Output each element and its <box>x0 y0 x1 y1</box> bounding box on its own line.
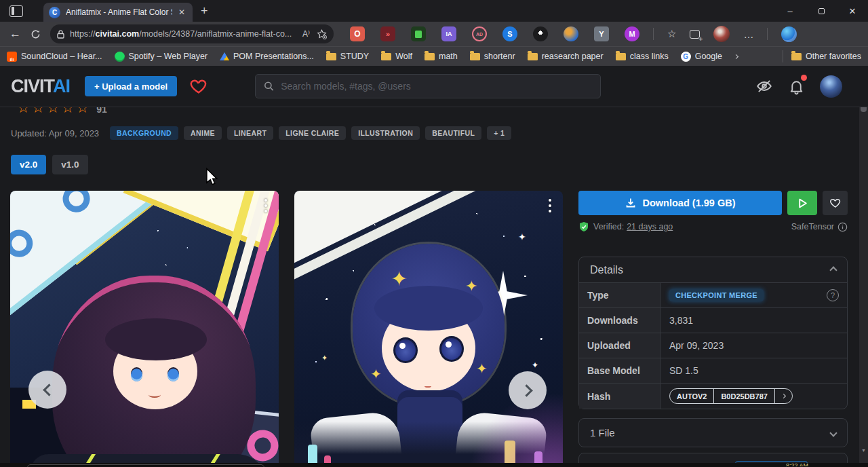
notification-badge <box>801 75 807 81</box>
star-icon[interactable]: ☆ <box>76 107 89 116</box>
gallery-prev-button[interactable] <box>28 371 66 409</box>
refresh-button[interactable] <box>31 29 41 39</box>
civitai-logo[interactable]: CIVITAI <box>11 75 70 98</box>
extension-trash-icon[interactable] <box>411 26 426 41</box>
search-box[interactable] <box>255 74 601 98</box>
url-text: https://civitai.com/models/24387/aniflat… <box>70 29 296 39</box>
search-input[interactable] <box>281 81 592 92</box>
extensions-row: O » IA AD S Y M <box>350 26 639 41</box>
browser-profile-avatar[interactable] <box>713 26 730 42</box>
verified-time-link[interactable]: 21 days ago <box>627 222 673 231</box>
gallery-next-button[interactable] <box>509 371 547 409</box>
copilot-bing-icon[interactable] <box>781 26 797 42</box>
bookmark-folder-research[interactable]: reasearch paper <box>528 52 604 61</box>
support-heart-icon[interactable] <box>189 77 208 96</box>
version-v2[interactable]: v2.0 <box>11 155 46 174</box>
tag-lineart[interactable]: LINEART <box>227 126 273 140</box>
gallery-image-1[interactable] <box>10 191 279 467</box>
tag-beautiful[interactable]: BEAUTIFUL <box>425 126 481 140</box>
page-scrollbar[interactable]: ▲ ▼ <box>859 66 868 467</box>
tag-anime[interactable]: ANIME <box>184 126 222 140</box>
settings-menu-icon[interactable]: … <box>743 29 753 40</box>
extension-icon[interactable]: » <box>380 26 395 41</box>
hide-content-eye-icon[interactable] <box>755 77 773 95</box>
star-icon[interactable]: ☆ <box>61 107 74 116</box>
add-favorite-icon[interactable] <box>317 29 327 39</box>
help-question-icon[interactable]: ? <box>827 289 839 301</box>
windows-taskbar-edge[interactable]: 8:22 AM <box>0 463 868 467</box>
tag-background[interactable]: BACKGROUND <box>110 126 178 140</box>
bookmark-folder-classlinks[interactable]: class links <box>616 52 669 61</box>
address-bar[interactable]: https://civitai.com/models/24387/aniflat… <box>50 24 334 43</box>
hash-expand-button[interactable] <box>774 389 792 403</box>
divider <box>653 28 654 40</box>
extension-icon[interactable]: O <box>350 26 365 41</box>
tab-actions-icon[interactable] <box>9 5 23 17</box>
user-avatar[interactable] <box>820 75 842 98</box>
files-accordion[interactable]: 1 File <box>578 418 848 447</box>
type-badge[interactable]: CHECKPOINT MERGE <box>669 289 764 301</box>
image-menu-icon[interactable] <box>261 199 271 212</box>
details-card: Details Type CHECKPOINT MERGE ? Download… <box>578 257 848 409</box>
soundcloud-icon: ılı <box>7 52 17 62</box>
tab-close-icon[interactable]: ✕ <box>176 7 187 17</box>
info-icon[interactable] <box>837 222 848 232</box>
extension-globe-icon[interactable] <box>564 26 578 41</box>
gallery-image-2[interactable]: ✦ ✦ ✦ ✦ ✦ ✦ ✦ <box>294 191 563 467</box>
extension-pin-icon[interactable] <box>533 26 548 41</box>
bookmark-folder-math[interactable]: math <box>425 52 458 61</box>
hash-pill[interactable]: AUTOV2 B0D25DB787 <box>669 388 793 404</box>
extension-shazam-icon[interactable]: S <box>502 26 517 41</box>
extension-icon[interactable]: Y <box>594 26 609 41</box>
details-header[interactable]: Details <box>579 257 847 282</box>
hash-algo[interactable]: AUTOV2 <box>670 389 713 403</box>
bookmark-folder-study[interactable]: STUDY <box>326 52 369 61</box>
tag-illustration[interactable]: ILLUSTRATION <box>351 126 420 140</box>
google-drive-icon <box>220 52 229 60</box>
tab-title: Aniflatmix - Anime Flat Color Sty <box>66 7 172 17</box>
tag-ligne-claire[interactable]: LIGNE CLAIRE <box>279 126 346 140</box>
hash-value[interactable]: B0D25DB787 <box>713 389 774 403</box>
extension-adblock-icon[interactable]: AD <box>472 26 487 41</box>
bookmarks-bar: ılıSoundCloud – Hear... Spotify – Web Pl… <box>0 46 868 66</box>
close-button[interactable]: ✕ <box>837 0 868 22</box>
favorites-bar-icon[interactable]: ☆ <box>667 28 676 40</box>
browser-tab[interactable]: C Aniflatmix - Anime Flat Color Sty ✕ <box>43 3 193 22</box>
bookmark-pom[interactable]: POM Presentations... <box>220 52 314 61</box>
read-aloud-icon[interactable]: A⁾ <box>302 29 310 39</box>
version-v1[interactable]: v1.0 <box>52 155 87 174</box>
restore-icon <box>818 8 825 14</box>
anime-illustration-starry-girl: ✦ ✦ ✦ ✦ ✦ ✦ ✦ <box>294 191 563 467</box>
bookmark-folder-wolf[interactable]: Wolf <box>381 52 412 61</box>
favorite-model-button[interactable] <box>823 191 848 215</box>
minimize-button[interactable]: – <box>774 0 806 22</box>
taskbar-clock: 8:22 AM <box>786 462 808 466</box>
google-icon: G <box>681 52 691 62</box>
extension-icon[interactable]: IA <box>441 26 456 41</box>
bookmarks-overflow-icon[interactable] <box>734 54 738 58</box>
extension-icon[interactable]: M <box>625 26 639 41</box>
download-button[interactable]: Download (1.99 GB) <box>578 191 782 215</box>
run-model-button[interactable] <box>787 191 817 215</box>
folder-icon <box>381 53 391 60</box>
bookmark-folder-shortenr[interactable]: shortenr <box>470 52 515 61</box>
notifications-bell-icon[interactable] <box>788 78 805 95</box>
bookmark-spotify[interactable]: Spotify – Web Player <box>115 52 208 62</box>
window-controls: – ✕ <box>774 0 868 22</box>
bookmark-soundcloud[interactable]: ılıSoundCloud – Hear... <box>7 52 102 62</box>
browser-toolbar: ← https://civitai.com/models/24387/anifl… <box>0 22 868 46</box>
upload-model-button[interactable]: + Upload a model <box>85 76 177 96</box>
collections-icon[interactable] <box>690 30 700 39</box>
restore-button[interactable] <box>806 0 837 22</box>
bookmark-google[interactable]: GGoogle <box>681 52 722 62</box>
scroll-down-icon[interactable]: ▼ <box>859 448 868 453</box>
star-icon[interactable]: ☆ <box>32 107 45 116</box>
tag-more[interactable]: + 1 <box>487 126 511 140</box>
star-icon[interactable]: ☆ <box>47 107 60 116</box>
civitai-header: CIVITAI + Upload a model <box>0 66 868 107</box>
other-favorites[interactable]: Other favorites <box>791 52 861 61</box>
back-button[interactable]: ← <box>9 27 21 41</box>
new-tab-button[interactable]: + <box>201 4 208 18</box>
star-icon[interactable]: ☆ <box>17 107 30 116</box>
image-menu-icon[interactable] <box>545 199 555 212</box>
